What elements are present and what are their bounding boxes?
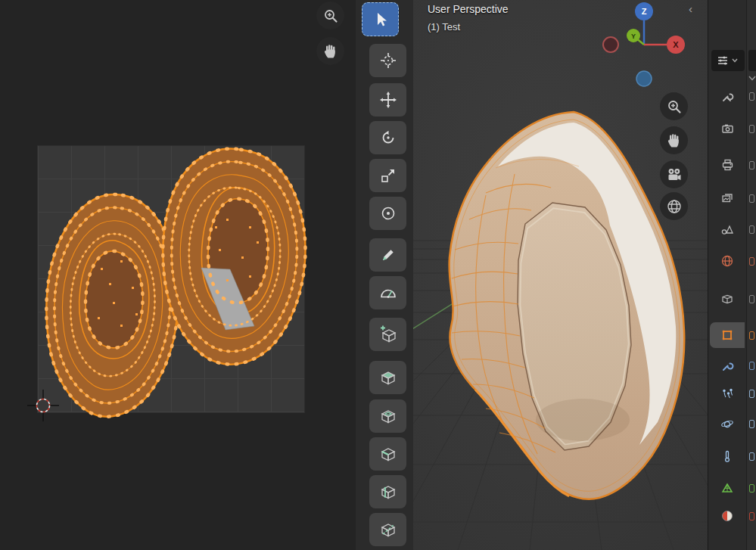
uv-island-left[interactable]: [46, 194, 178, 417]
3d-cursor-icon: [378, 51, 398, 70]
gizmo-neg-x-ball[interactable]: [603, 37, 618, 52]
toolbar: [356, 0, 413, 550]
tab-view-layer[interactable]: [710, 185, 745, 211]
loop-cut-icon: [378, 482, 398, 502]
tool-annotate[interactable]: [369, 238, 406, 272]
clipped-tab-output[interactable]: [749, 161, 754, 169]
collection-label: (1) Test: [428, 21, 509, 33]
hand-icon: [322, 43, 339, 60]
add-cube-icon: [378, 325, 398, 344]
tab-collection[interactable]: [710, 286, 745, 312]
chevron-down-icon[interactable]: [748, 76, 756, 82]
gizmo-z-label: Z: [642, 7, 647, 16]
tab-constraints[interactable]: [710, 443, 745, 469]
tool-add-cube[interactable]: [369, 318, 406, 351]
blender-window: User Perspective (1) Test Z Y X: [0, 0, 756, 550]
viewport-collapse-chevron[interactable]: ‹: [689, 3, 692, 14]
perspective-label: User Perspective: [428, 3, 509, 15]
uv-editor[interactable]: [0, 0, 356, 550]
modifier-wrench-icon: [720, 359, 734, 372]
vp-pan-button[interactable]: [660, 126, 688, 154]
vp-camera-button[interactable]: [660, 160, 688, 188]
tool-knife[interactable]: [369, 513, 406, 546]
tool-transform[interactable]: [369, 197, 406, 230]
uv-island-right[interactable]: [163, 149, 305, 365]
tab-material[interactable]: [710, 503, 745, 529]
viewport-header: User Perspective (1) Test: [428, 3, 509, 33]
clipped-tab-render[interactable]: [749, 125, 754, 133]
world-globe-icon: [720, 254, 734, 268]
navigation-gizmo[interactable]: Z Y X: [602, 0, 686, 92]
select-box-icon: [371, 10, 390, 30]
gizmo-neg-z-ball[interactable]: [636, 71, 652, 86]
chevron-down-icon: [733, 59, 737, 62]
material-sphere-icon: [720, 509, 734, 523]
zoom-in-icon: [322, 8, 339, 24]
grid-sphere-icon: [666, 198, 683, 215]
tab-object-data[interactable]: [710, 475, 745, 501]
tool-move[interactable]: [369, 83, 406, 117]
clipped-tab-constraints[interactable]: [749, 452, 754, 461]
uv-pan-button[interactable]: [316, 37, 344, 65]
clipped-tab-collection[interactable]: [749, 295, 754, 303]
object-data-icon: [720, 481, 734, 495]
clipped-tab-material[interactable]: [749, 512, 754, 520]
vp-zoom-button[interactable]: [660, 92, 688, 120]
clipped-tab-physics[interactable]: [749, 420, 754, 428]
tool-bevel[interactable]: [369, 437, 406, 471]
properties-panel: [708, 0, 756, 550]
tool-extrude-region[interactable]: [369, 361, 406, 394]
camera-icon: [666, 166, 683, 183]
tool-select-box[interactable]: [362, 2, 399, 36]
tab-physics[interactable]: [710, 411, 745, 437]
annotate-pencil-icon: [378, 245, 398, 265]
uv-zoom-button[interactable]: [316, 2, 344, 30]
cursor-2d[interactable]: [27, 390, 59, 421]
object-properties-icon: [720, 328, 734, 342]
tab-world[interactable]: [710, 248, 745, 274]
properties-content-strip: [746, 0, 756, 550]
viewport-3d[interactable]: User Perspective (1) Test Z Y X: [356, 0, 708, 550]
gizmo-y-label: Y: [631, 33, 636, 40]
tab-object[interactable]: [710, 322, 745, 348]
extrude-region-icon: [378, 368, 398, 387]
tab-tool[interactable]: [710, 83, 745, 109]
clipped-editor-type-button[interactable]: [748, 50, 756, 71]
tool-loop-cut[interactable]: [369, 475, 406, 508]
vp-ortho-grid-button[interactable]: [660, 192, 688, 220]
gizmo-x-label: X: [673, 40, 679, 49]
clipped-tab-world[interactable]: [749, 257, 754, 266]
tab-render[interactable]: [710, 116, 745, 141]
tool-measure[interactable]: [369, 276, 406, 309]
clipped-tab-tool[interactable]: [749, 92, 754, 101]
bevel-icon: [378, 444, 398, 464]
tab-particles[interactable]: [710, 381, 745, 406]
printer-icon: [720, 158, 734, 172]
tool-3d-cursor[interactable]: [369, 44, 406, 77]
clipped-tab-object[interactable]: [749, 331, 754, 340]
hand-icon: [666, 132, 683, 149]
tool-rotate[interactable]: [369, 121, 406, 154]
zoom-in-icon: [666, 98, 683, 115]
tab-output[interactable]: [710, 152, 745, 178]
editor-type-button[interactable]: [711, 50, 745, 71]
tool-scale[interactable]: [369, 159, 406, 192]
tool-inset-faces[interactable]: [369, 399, 406, 433]
clipped-tab-object-data[interactable]: [749, 484, 754, 493]
constraints-icon: [720, 449, 734, 463]
clipped-tab-particles[interactable]: [749, 390, 754, 398]
collection-box-icon: [720, 292, 734, 306]
scene-icon: [720, 222, 734, 236]
uv-mesh-canvas[interactable]: [0, 0, 356, 550]
move-icon: [378, 90, 398, 110]
tab-scene[interactable]: [710, 216, 745, 242]
measure-icon: [378, 283, 398, 303]
scale-icon: [378, 166, 398, 185]
tab-modifiers[interactable]: [710, 353, 745, 378]
properties-editor-icon: [717, 54, 739, 67]
tool-tab-icon: [720, 89, 734, 103]
clipped-tab-view-layer[interactable]: [749, 194, 754, 203]
clipped-tab-scene[interactable]: [749, 225, 754, 234]
transform-icon: [378, 204, 398, 223]
clipped-tab-modifiers[interactable]: [749, 362, 754, 370]
